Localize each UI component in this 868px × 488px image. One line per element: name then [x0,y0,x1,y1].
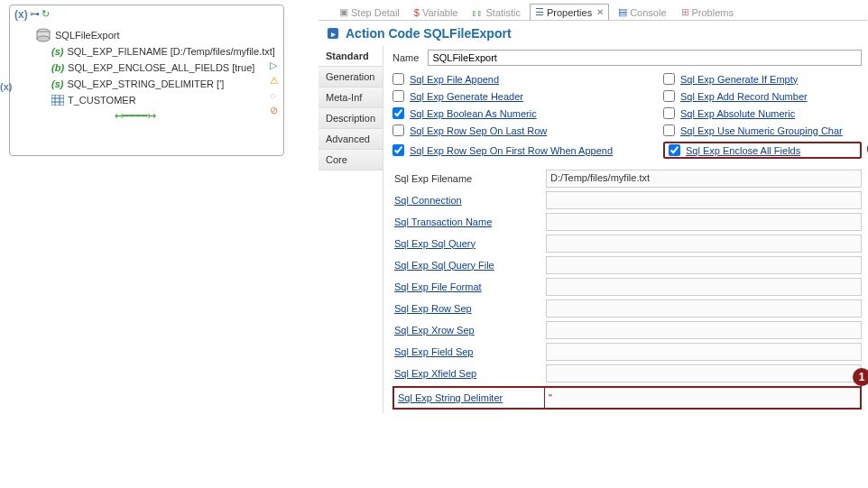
prop-string-delim[interactable]: Sql Exp String Delimiter [394,392,544,403]
flow-arrows: ↤━━━━↦ [15,108,278,122]
sidetab-generation[interactable]: Generation [319,67,383,87]
tree-root-label: SQLFileExport [55,30,120,41]
tree-item-label: SQL_EXP_FILENAME [D:/Temp/files/myfile.t… [67,46,274,57]
tree-item[interactable]: T_CUSTOMER [15,92,278,108]
lbl-num-grouping[interactable]: Sql Exp Use Numeric Grouping Char [680,125,843,136]
chk-num-grouping[interactable] [663,124,675,136]
sidetab-standard[interactable]: Standard [319,46,383,67]
chk-bool-numeric[interactable] [392,107,404,119]
tab-statistic[interactable]: ⫾⫾Statistic [466,4,526,21]
lbl-gen-header[interactable]: Sql Exp Generate Header [410,91,523,102]
circle-icon[interactable]: ○ [270,90,279,101]
left-tree-panel: (х) ⊶ ↻ SQLFileExport (s) SQL_EXP_FILENA… [9,5,284,156]
prop-fieldsep[interactable]: Sql Exp Field Sep [392,346,546,357]
prop-fieldsep-value[interactable] [546,343,862,361]
dollar-icon: $ [414,7,420,18]
tab-variable[interactable]: $Variable [409,4,464,21]
checkbox-grid: Sql Exp File Append Sql Exp Generate If … [392,73,862,159]
name-input[interactable] [428,50,862,66]
prop-sqlqueryfile[interactable]: Sql Exp Sql Query File [392,260,546,271]
lbl-bool-numeric[interactable]: Sql Exp Boolean As Numeric [410,108,537,119]
refresh-icon[interactable]: ↻ [42,8,50,23]
var-icon[interactable]: (х) [14,8,28,23]
prop-xfieldsep-value[interactable] [546,364,862,382]
sidetab-description[interactable]: Description [319,108,383,129]
lbl-gen-if-empty[interactable]: Sql Exp Generate If Empty [680,74,798,85]
lbl-rowsep-last[interactable]: Sql Exp Row Sep On Last Row [410,125,547,136]
prop-rowsep-value[interactable] [546,299,862,318]
chk-rowsep-last[interactable] [392,124,404,136]
prop-filename-value[interactable]: D:/Temp/files/myfile.txt [546,170,862,188]
prop-transaction-value[interactable] [546,213,862,231]
b-icon: (b) [51,62,64,73]
tree-item[interactable]: (b) SQL_EXP_ENCLOSE_ALL_FIELDS [true] [15,60,278,76]
play-icon[interactable]: ▷ [270,60,279,71]
prop-fileformat-value[interactable] [546,278,862,296]
prop-transaction[interactable]: Sql Transaction Name [392,216,546,227]
action-icon: ▸ [326,26,340,41]
badge-1: 1 [853,368,868,386]
tree-root[interactable]: SQLFileExport [15,27,278,43]
tab-console[interactable]: ▤Console [613,4,671,21]
prop-string-delim-value[interactable]: " [544,388,860,408]
chk-rowsep-first[interactable] [392,144,404,156]
chk-enclose-all[interactable] [669,144,680,156]
chart-icon: ⫾⫾ [472,7,483,18]
chk-add-recnum[interactable] [663,90,675,102]
name-label: Name [392,52,419,63]
prop-sqlquery-value[interactable] [546,235,862,253]
sidetab-metainf[interactable]: Meta-Inf [319,87,383,108]
tab-properties[interactable]: ☰Properties✕ [530,4,609,21]
chk-gen-if-empty[interactable] [663,73,675,85]
problems-icon: ⊞ [681,6,689,18]
link-icon[interactable]: ⊶ [30,8,40,23]
tree-item[interactable]: (s) SQL_EXP_STRING_DELIMITER ['] [15,76,278,92]
side-tabs: Standard Generation Meta-Inf Description… [319,46,383,413]
prop-filename-label: Sql Exp Filename [392,173,546,184]
lbl-abs-numeric[interactable]: Sql Exp Absolute Numeric [680,108,795,119]
left-toolbar: (х) ⊶ ↻ [10,5,283,25]
tab-problems[interactable]: ⊞Problems [676,4,739,21]
lbl-rowsep-first[interactable]: Sql Exp Row Sep On First Row When Append [410,145,613,156]
prop-connection-value[interactable] [546,191,862,209]
lbl-add-recnum[interactable]: Sql Exp Add Record Number [680,91,808,102]
svg-point-2 [37,36,50,41]
form-area: Name Sql Exp File Append Sql Exp Generat… [383,46,868,413]
tree-item-label: SQL_EXP_ENCLOSE_ALL_FIELDS [true] [68,62,254,73]
prop-xfieldsep[interactable]: Sql Exp Xfield Sep [392,368,546,379]
table-icon [51,95,64,106]
prop-sqlquery[interactable]: Sql Exp Sql Query [392,238,546,249]
chk-abs-numeric[interactable] [663,107,675,119]
s-icon: (s) [51,46,63,57]
database-icon [35,28,51,42]
panel-title: Action Code SQLFileExport [346,26,512,41]
tree-item[interactable]: (s) SQL_EXP_FILENAME [D:/Temp/files/myfi… [15,43,278,60]
prop-fileformat[interactable]: Sql Exp File Format [392,281,546,292]
chk-file-append[interactable] [392,73,404,85]
prop-xrowsep[interactable]: Sql Exp Xrow Sep [392,325,546,336]
title-bar: ▸ Action Code SQLFileExport [319,21,867,46]
properties-panel: ▸ Action Code SQLFileExport Standard Gen… [319,20,867,487]
prop-rowsep[interactable]: Sql Exp Row Sep [392,303,546,314]
console-icon: ▤ [618,6,627,18]
lbl-enclose-all[interactable]: Sql Exp Enclose All Fields [686,145,800,156]
prop-connection[interactable]: Sql Connection [392,195,546,206]
properties-icon: ☰ [535,6,544,18]
right-icon-column: ▷ ⚠ ○ ⊘ [270,60,279,116]
svg-text:▸: ▸ [331,29,336,39]
prop-xrowsep-value[interactable] [546,321,862,339]
lbl-file-append[interactable]: Sql Exp File Append [410,74,499,85]
tree: SQLFileExport (s) SQL_EXP_FILENAME [D:/T… [10,25,283,122]
chk-gen-header[interactable] [392,90,404,102]
tab-step-detail[interactable]: ▣Step Detail [334,4,405,21]
s-icon: (s) [51,78,63,89]
close-icon[interactable]: ✕ [596,7,604,17]
sidetab-advanced[interactable]: Advanced [319,129,383,150]
step-icon: ▣ [339,6,348,18]
warning-icon[interactable]: ⚠ [270,75,279,87]
var-side-icon[interactable]: (х) [0,81,12,92]
sidetab-core[interactable]: Core [319,150,383,170]
stop-icon[interactable]: ⊘ [270,105,279,116]
prop-sqlqueryfile-value[interactable] [546,256,862,274]
tree-item-label: SQL_EXP_STRING_DELIMITER ['] [67,78,224,89]
